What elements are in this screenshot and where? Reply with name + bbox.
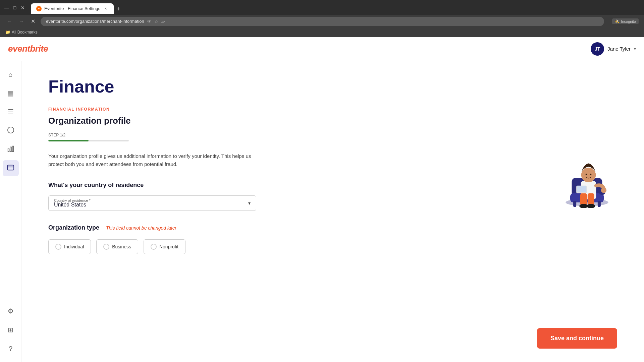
radio-nonprofit-label: Nonprofit xyxy=(159,244,178,249)
user-section[interactable]: JT Jane Tyler ▾ xyxy=(591,42,636,56)
radio-options: Individual Business Nonprofit xyxy=(48,239,617,254)
svg-rect-12 xyxy=(580,193,587,205)
address-bar[interactable]: eventbrite.com/organizations/merchant-in… xyxy=(41,17,604,26)
active-tab[interactable]: e Eventbrite - Finance Settings × xyxy=(31,3,114,14)
page-title: Finance xyxy=(48,77,617,96)
sidebar-item-promotions[interactable] xyxy=(3,123,19,139)
address-bar-row: ← → ✕ eventbrite.com/organizations/merch… xyxy=(0,15,644,27)
browser-tab-bar: — □ ✕ e Eventbrite - Finance Settings × … xyxy=(0,0,644,15)
country-field-wrapper: Country of residence * United States Can… xyxy=(48,195,256,211)
svg-rect-13 xyxy=(588,193,594,205)
svg-point-14 xyxy=(579,204,588,208)
content-layout: ⌂ ▦ ☰ xyxy=(0,61,644,362)
tab-close-button[interactable]: × xyxy=(103,6,108,11)
save-button-container: Save and continue xyxy=(537,328,617,349)
tab-favicon: e xyxy=(36,6,42,11)
svg-point-16 xyxy=(581,168,596,182)
progress-bar-fill xyxy=(48,140,89,141)
svg-rect-2 xyxy=(12,146,13,152)
favicon-letter: e xyxy=(38,7,40,10)
home-icon: ⌂ xyxy=(8,71,12,78)
incognito-badge: 🕵 Incognito xyxy=(612,18,639,24)
url-text: eventbrite.com/organizations/merchant-in… xyxy=(46,19,144,24)
main-content: Finance FINANCIAL INFORMATION Organizati… xyxy=(21,61,644,362)
minimize-button[interactable]: — xyxy=(4,5,9,10)
eventbrite-logo[interactable]: eventbrite xyxy=(8,44,48,54)
star-icon: ☆ xyxy=(154,19,159,24)
svg-rect-9 xyxy=(598,201,601,207)
bookmarks-folder[interactable]: 📁 All Bookmarks xyxy=(5,30,38,35)
org-type-warning: This field cannot be changed later xyxy=(106,225,176,231)
reload-button[interactable]: ✕ xyxy=(30,17,37,26)
calendar-icon: ▦ xyxy=(7,89,14,97)
list-icon: ☰ xyxy=(8,108,14,116)
forward-button[interactable]: → xyxy=(17,17,25,26)
step-indicator: STEP 1/2 xyxy=(48,133,617,137)
back-button[interactable]: ← xyxy=(5,17,13,26)
bookmarks-bar: 📁 All Bookmarks xyxy=(0,27,644,37)
illustration-container xyxy=(557,141,617,210)
user-name: Jane Tyler xyxy=(607,46,631,52)
sidebar-icon: ▱ xyxy=(161,19,165,24)
radio-circle-nonprofit xyxy=(151,244,157,250)
maximize-button[interactable]: □ xyxy=(12,5,17,10)
settings-icon: ⚙ xyxy=(8,307,14,315)
browser-chrome: — □ ✕ e Eventbrite - Finance Settings × … xyxy=(0,0,644,37)
sidebar-item-calendar[interactable]: ▦ xyxy=(3,85,19,101)
org-type-section: Organization type This field cannot be c… xyxy=(48,224,617,231)
sidebar-item-help[interactable]: ? xyxy=(3,341,19,357)
browser-actions: 🕵 Incognito xyxy=(612,18,639,24)
country-section-title: What's your country of residence xyxy=(48,182,617,189)
section-label: FINANCIAL INFORMATION xyxy=(48,107,617,112)
incognito-label: Incognito xyxy=(621,19,636,23)
sidebar-item-settings[interactable]: ⚙ xyxy=(3,303,19,319)
top-nav: eventbrite JT Jane Tyler ▾ xyxy=(0,37,644,61)
radio-individual[interactable]: Individual xyxy=(48,239,91,254)
sidebar-item-list[interactable]: ☰ xyxy=(3,104,19,120)
close-window-button[interactable]: ✕ xyxy=(20,5,25,10)
radio-individual-label: Individual xyxy=(64,244,84,249)
svg-rect-21 xyxy=(577,186,586,192)
help-icon: ? xyxy=(9,345,12,353)
finance-icon xyxy=(7,164,14,173)
address-icons: 👁 ☆ ▱ xyxy=(147,19,165,24)
incognito-icon: 🕵 xyxy=(615,19,620,23)
bookmarks-folder-icon: 📁 xyxy=(5,30,10,35)
chart-icon xyxy=(7,145,14,154)
org-type-label: Organization type xyxy=(48,224,99,231)
svg-point-15 xyxy=(587,204,595,208)
sidebar: ⌂ ▦ ☰ xyxy=(0,61,21,362)
sidebar-item-analytics[interactable] xyxy=(3,141,19,158)
svg-rect-8 xyxy=(573,201,576,207)
country-select[interactable]: United States Canada United Kingdom Aust… xyxy=(54,202,251,207)
radio-business[interactable]: Business xyxy=(96,239,138,254)
bookmarks-label: All Bookmarks xyxy=(12,30,38,35)
tab-title: Eventbrite - Finance Settings xyxy=(44,6,100,11)
country-select-container[interactable]: Country of residence * United States Can… xyxy=(48,195,256,211)
sidebar-item-finance[interactable] xyxy=(3,160,19,176)
radio-circle-individual xyxy=(55,244,61,250)
svg-point-17 xyxy=(586,174,587,175)
svg-rect-3 xyxy=(7,165,13,170)
eye-off-icon: 👁 xyxy=(147,19,152,24)
avatar: JT xyxy=(591,42,604,56)
window-controls: — □ ✕ xyxy=(4,5,25,10)
save-continue-button[interactable]: Save and continue xyxy=(537,328,617,349)
chevron-down-icon: ▾ xyxy=(634,47,636,51)
megaphone-icon xyxy=(7,126,14,135)
new-tab-button[interactable]: + xyxy=(114,5,123,14)
svg-point-19 xyxy=(601,187,606,193)
svg-rect-1 xyxy=(10,147,11,152)
app-container: eventbrite JT Jane Tyler ▾ ⌂ ▦ ☰ xyxy=(0,37,644,362)
radio-nonprofit[interactable]: Nonprofit xyxy=(144,239,185,254)
svg-rect-0 xyxy=(8,149,9,152)
progress-bar xyxy=(48,140,129,141)
sidebar-item-apps[interactable]: ⊞ xyxy=(3,322,19,338)
svg-point-18 xyxy=(590,174,592,175)
radio-circle-business xyxy=(103,244,109,250)
apps-icon: ⊞ xyxy=(8,326,13,334)
person-illustration xyxy=(557,141,617,208)
sidebar-item-home[interactable]: ⌂ xyxy=(3,66,19,82)
radio-business-label: Business xyxy=(112,244,131,249)
section-title: Organization profile xyxy=(48,116,617,126)
